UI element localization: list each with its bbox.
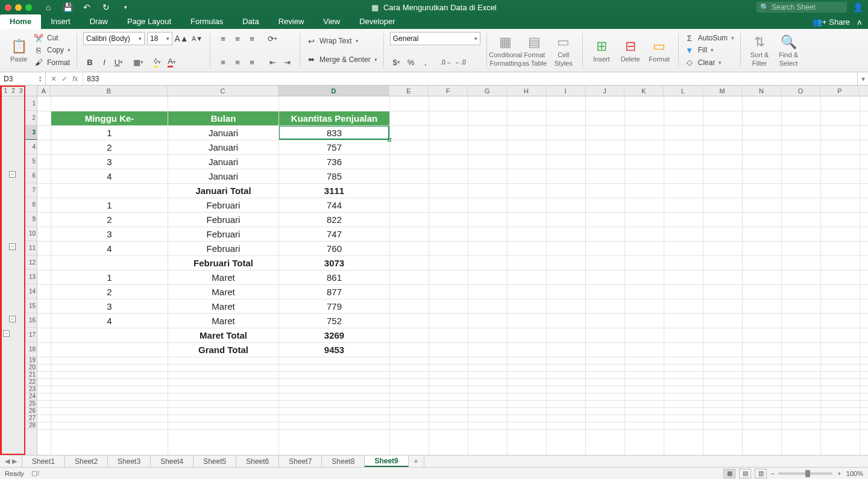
table-cell[interactable]: Februari (168, 242, 279, 256)
table-row[interactable]: 2Januari757 (51, 140, 390, 155)
table-cell[interactable]: 3111 (279, 184, 390, 198)
clear-button[interactable]: ◇Clear (685, 57, 734, 69)
table-cell[interactable]: 752 (279, 314, 390, 328)
row-header-26[interactable]: 26 (25, 407, 37, 415)
align-center-icon[interactable]: ≡ (231, 55, 244, 69)
row-header-11[interactable]: 11 (25, 241, 37, 255)
page-layout-view-icon[interactable]: ▤ (739, 469, 751, 478)
col-header-N[interactable]: N (742, 86, 781, 96)
row-header-25[interactable]: 25 (25, 400, 37, 407)
table-row[interactable]: 2Maret877 (51, 285, 390, 299)
table-cell[interactable]: Januari (168, 140, 279, 155)
fill-color-button[interactable]: ◊ (151, 55, 164, 69)
table-cell[interactable]: 877 (279, 285, 390, 299)
col-header-L[interactable]: L (664, 86, 703, 96)
copy-button[interactable]: ⎘Copy (34, 44, 71, 56)
row-header-4[interactable]: 4 (25, 140, 37, 154)
table-row[interactable]: 4Januari785 (51, 169, 390, 184)
row-header-24[interactable]: 24 (25, 393, 37, 400)
table-cell[interactable]: Februari (168, 213, 279, 227)
paste-button[interactable]: 📋 Paste (6, 32, 31, 69)
italic-button[interactable]: I (98, 55, 111, 69)
table-header[interactable]: Minggu Ke- (51, 111, 168, 126)
format-as-table-button[interactable]: ▤Formatas Table (522, 32, 547, 69)
table-cell[interactable]: 3 (51, 227, 168, 242)
table-cell[interactable]: 861 (279, 271, 390, 285)
table-row[interactable]: 3Maret779 (51, 299, 390, 314)
table-row[interactable]: Februari Total3073 (51, 256, 390, 271)
underline-button[interactable]: U (112, 55, 125, 69)
row-header-10[interactable]: 10 (25, 227, 37, 241)
row-header-27[interactable]: 27 (25, 415, 37, 422)
share-button[interactable]: 👥+ Share (813, 17, 850, 27)
col-header-C[interactable]: C (168, 86, 278, 96)
table-cell[interactable]: Februari (168, 227, 279, 242)
page-break-view-icon[interactable]: ▥ (755, 469, 767, 478)
table-cell[interactable]: 3 (51, 299, 168, 314)
cancel-formula-icon[interactable]: ✕ (51, 75, 57, 83)
table-row[interactable]: Grand Total9453 (51, 343, 390, 357)
row-header-9[interactable]: 9 (25, 212, 37, 227)
table-cell[interactable]: Februari Total (168, 256, 279, 271)
undo-icon[interactable]: ↶ (81, 2, 92, 13)
cut-button[interactable]: ✂️Cut (34, 32, 71, 44)
row-header-8[interactable]: 8 (25, 198, 37, 212)
row-header-3[interactable]: 3 (25, 125, 37, 140)
outline-collapse-button[interactable]: − (9, 316, 16, 322)
row-header-13[interactable]: 13 (25, 270, 37, 284)
col-header-H[interactable]: H (507, 86, 546, 96)
table-cell[interactable]: 1 (51, 126, 168, 140)
table-row[interactable]: 1Januari833 (51, 126, 390, 140)
fill-button[interactable]: ▼Fill (685, 44, 734, 56)
align-right-icon[interactable]: ≡ (245, 55, 259, 69)
minimize-window-button[interactable] (15, 4, 22, 11)
col-header-J[interactable]: J (585, 86, 624, 96)
format-cells-button[interactable]: ▭Format (647, 32, 672, 69)
close-window-button[interactable] (5, 4, 11, 11)
table-cell[interactable]: 2 (51, 140, 168, 155)
table-row[interactable]: 1Maret861 (51, 271, 390, 285)
align-middle-icon[interactable]: ≡ (231, 32, 244, 45)
table-cell[interactable]: 833 (279, 126, 390, 140)
increase-font-icon[interactable]: A▲ (175, 32, 188, 45)
table-cell[interactable]: Maret (168, 299, 279, 314)
ribbon-tab-draw[interactable]: Draw (80, 14, 118, 29)
row-header-23[interactable]: 23 (25, 386, 37, 393)
merge-center-button[interactable]: ⬌Merge & Center (306, 54, 377, 66)
table-header[interactable]: Kuantitas Penjualan (279, 111, 390, 126)
autosum-button[interactable]: ΣAutoSum (685, 32, 734, 44)
table-header[interactable]: Bulan (168, 111, 279, 126)
table-cell[interactable]: Januari (168, 155, 279, 169)
comma-icon[interactable]: , (419, 55, 432, 69)
row-header-1[interactable]: 1 (25, 96, 37, 111)
row-header-22[interactable]: 22 (25, 378, 37, 386)
sheet-prev-icon[interactable]: ◀ (5, 457, 10, 465)
table-cell[interactable] (51, 328, 168, 343)
sheet-tab-sheet4[interactable]: Sheet4 (151, 456, 193, 467)
table-cell[interactable]: 822 (279, 213, 390, 227)
col-header-P[interactable]: P (820, 86, 860, 96)
zoom-slider[interactable] (778, 472, 832, 475)
row-header-15[interactable]: 15 (25, 299, 37, 313)
select-all-corner[interactable] (25, 86, 37, 96)
table-cell[interactable]: Januari Total (168, 184, 279, 198)
font-family-combo[interactable]: Calibri (Body)▾ (83, 32, 145, 45)
table-cell[interactable]: 1 (51, 271, 168, 285)
table-cell[interactable]: 747 (279, 227, 390, 242)
decrease-indent-icon[interactable]: ⇤ (266, 55, 279, 69)
table-cell[interactable]: 4 (51, 242, 168, 256)
ribbon-tab-view[interactable]: View (313, 14, 350, 29)
table-row[interactable]: 2Februari822 (51, 213, 390, 227)
outline-collapse-button[interactable]: − (9, 171, 16, 178)
orientation-icon[interactable]: ⟳ (266, 32, 279, 45)
sheet-tab-sheet5[interactable]: Sheet5 (193, 456, 236, 467)
table-row[interactable]: 3Januari736 (51, 155, 390, 169)
decrease-decimal-icon[interactable]: ←.0 (454, 55, 467, 69)
table-cell[interactable]: 736 (279, 155, 390, 169)
zoom-in-button[interactable]: ＋ (836, 469, 843, 478)
row-header-7[interactable]: 7 (25, 183, 37, 198)
row-header-12[interactable]: 12 (25, 255, 37, 270)
sort-filter-button[interactable]: ⇅Sort &Filter (747, 32, 772, 69)
expand-formula-bar-icon[interactable]: ▾ (857, 72, 868, 85)
table-cell[interactable]: Maret Total (168, 328, 279, 343)
